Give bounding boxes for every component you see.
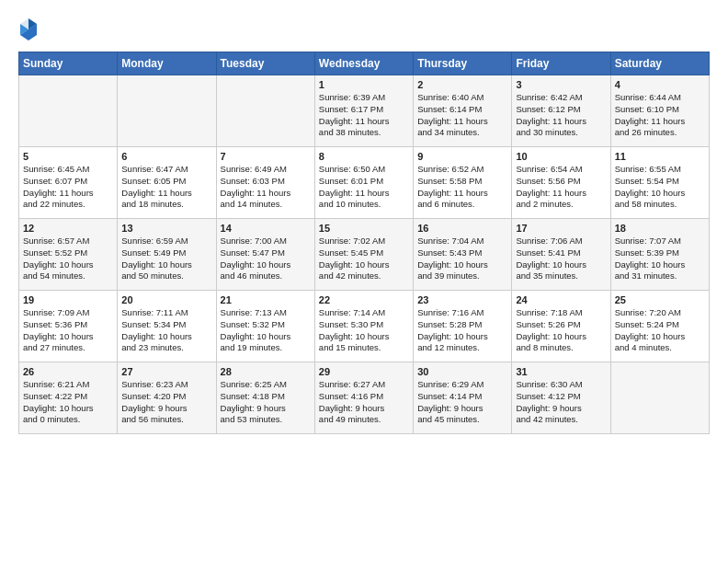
header-row: SundayMondayTuesdayWednesdayThursdayFrid… bbox=[19, 52, 710, 75]
calendar-cell: 5Sunrise: 6:45 AM Sunset: 6:07 PM Daylig… bbox=[19, 147, 118, 219]
calendar-cell: 31Sunrise: 6:30 AM Sunset: 4:12 PM Dayli… bbox=[512, 362, 610, 434]
day-number: 5 bbox=[23, 151, 113, 162]
calendar-cell: 4Sunrise: 6:44 AM Sunset: 6:10 PM Daylig… bbox=[610, 75, 709, 147]
day-number: 3 bbox=[516, 79, 606, 90]
cell-content: Sunrise: 6:40 AM Sunset: 6:14 PM Dayligh… bbox=[417, 92, 507, 139]
calendar-week-row: 26Sunrise: 6:21 AM Sunset: 4:22 PM Dayli… bbox=[19, 362, 710, 434]
day-number: 16 bbox=[417, 223, 507, 234]
calendar-cell: 29Sunrise: 6:27 AM Sunset: 4:16 PM Dayli… bbox=[314, 362, 413, 434]
cell-content: Sunrise: 7:04 AM Sunset: 5:43 PM Dayligh… bbox=[417, 236, 507, 282]
calendar-cell: 13Sunrise: 6:59 AM Sunset: 5:49 PM Dayli… bbox=[118, 219, 216, 291]
calendar-cell: 25Sunrise: 7:20 AM Sunset: 5:24 PM Dayli… bbox=[610, 291, 709, 362]
cell-content: Sunrise: 7:02 AM Sunset: 5:45 PM Dayligh… bbox=[319, 236, 409, 282]
cell-content: Sunrise: 7:16 AM Sunset: 5:28 PM Dayligh… bbox=[417, 307, 507, 354]
cell-content: Sunrise: 6:52 AM Sunset: 5:58 PM Dayligh… bbox=[417, 164, 507, 211]
cell-content: Sunrise: 6:57 AM Sunset: 5:52 PM Dayligh… bbox=[23, 236, 113, 282]
calendar-cell bbox=[118, 75, 216, 147]
cell-content: Sunrise: 6:54 AM Sunset: 5:56 PM Dayligh… bbox=[516, 164, 606, 211]
cell-content: Sunrise: 6:50 AM Sunset: 6:01 PM Dayligh… bbox=[319, 164, 409, 211]
calendar-cell bbox=[610, 362, 709, 434]
cell-content: Sunrise: 7:13 AM Sunset: 5:32 PM Dayligh… bbox=[221, 307, 311, 354]
weekday-header: Friday bbox=[512, 52, 610, 75]
day-number: 1 bbox=[319, 79, 409, 90]
cell-content: Sunrise: 6:44 AM Sunset: 6:10 PM Dayligh… bbox=[615, 92, 705, 139]
cell-content: Sunrise: 6:49 AM Sunset: 6:03 PM Dayligh… bbox=[221, 164, 311, 211]
page: SundayMondayTuesdayWednesdayThursdayFrid… bbox=[0, 0, 728, 443]
day-number: 8 bbox=[319, 151, 409, 162]
weekday-header: Thursday bbox=[414, 52, 512, 75]
cell-content: Sunrise: 7:00 AM Sunset: 5:47 PM Dayligh… bbox=[221, 236, 311, 282]
cell-content: Sunrise: 6:45 AM Sunset: 6:07 PM Dayligh… bbox=[23, 164, 113, 211]
cell-content: Sunrise: 7:09 AM Sunset: 5:36 PM Dayligh… bbox=[23, 307, 113, 354]
calendar-table: SundayMondayTuesdayWednesdayThursdayFrid… bbox=[18, 52, 710, 434]
calendar-cell: 17Sunrise: 7:06 AM Sunset: 5:41 PM Dayli… bbox=[512, 219, 610, 291]
weekday-header: Saturday bbox=[610, 52, 709, 75]
calendar-cell: 22Sunrise: 7:14 AM Sunset: 5:30 PM Dayli… bbox=[314, 291, 413, 362]
calendar-cell: 9Sunrise: 6:52 AM Sunset: 5:58 PM Daylig… bbox=[414, 147, 512, 219]
day-number: 29 bbox=[319, 366, 409, 377]
day-number: 14 bbox=[221, 223, 311, 234]
calendar-cell bbox=[216, 75, 314, 147]
day-number: 4 bbox=[615, 79, 705, 90]
calendar-week-row: 1Sunrise: 6:39 AM Sunset: 6:17 PM Daylig… bbox=[19, 75, 710, 147]
calendar-cell: 20Sunrise: 7:11 AM Sunset: 5:34 PM Dayli… bbox=[118, 291, 216, 362]
day-number: 20 bbox=[121, 294, 211, 305]
day-number: 22 bbox=[319, 294, 409, 305]
weekday-header: Tuesday bbox=[216, 52, 314, 75]
calendar-cell: 16Sunrise: 7:04 AM Sunset: 5:43 PM Dayli… bbox=[414, 219, 512, 291]
day-number: 25 bbox=[615, 294, 705, 305]
day-number: 12 bbox=[23, 223, 113, 234]
calendar-week-row: 12Sunrise: 6:57 AM Sunset: 5:52 PM Dayli… bbox=[19, 219, 710, 291]
calendar-cell: 2Sunrise: 6:40 AM Sunset: 6:14 PM Daylig… bbox=[414, 75, 512, 147]
calendar-cell: 18Sunrise: 7:07 AM Sunset: 5:39 PM Dayli… bbox=[610, 219, 709, 291]
cell-content: Sunrise: 6:39 AM Sunset: 6:17 PM Dayligh… bbox=[319, 92, 409, 139]
day-number: 7 bbox=[221, 151, 311, 162]
calendar-cell: 3Sunrise: 6:42 AM Sunset: 6:12 PM Daylig… bbox=[512, 75, 610, 147]
calendar-cell: 24Sunrise: 7:18 AM Sunset: 5:26 PM Dayli… bbox=[512, 291, 610, 362]
calendar-cell: 6Sunrise: 6:47 AM Sunset: 6:05 PM Daylig… bbox=[118, 147, 216, 219]
cell-content: Sunrise: 6:59 AM Sunset: 5:49 PM Dayligh… bbox=[121, 236, 211, 282]
cell-content: Sunrise: 7:20 AM Sunset: 5:24 PM Dayligh… bbox=[615, 307, 705, 354]
cell-content: Sunrise: 6:29 AM Sunset: 4:14 PM Dayligh… bbox=[417, 379, 507, 426]
cell-content: Sunrise: 7:06 AM Sunset: 5:41 PM Dayligh… bbox=[516, 236, 606, 282]
cell-content: Sunrise: 6:21 AM Sunset: 4:22 PM Dayligh… bbox=[23, 379, 113, 426]
day-number: 26 bbox=[23, 366, 113, 377]
calendar-cell: 28Sunrise: 6:25 AM Sunset: 4:18 PM Dayli… bbox=[216, 362, 314, 434]
day-number: 21 bbox=[221, 294, 311, 305]
day-number: 23 bbox=[417, 294, 507, 305]
calendar-week-row: 19Sunrise: 7:09 AM Sunset: 5:36 PM Dayli… bbox=[19, 291, 710, 362]
logo-icon bbox=[18, 17, 39, 42]
calendar-cell: 10Sunrise: 6:54 AM Sunset: 5:56 PM Dayli… bbox=[512, 147, 610, 219]
calendar-cell: 19Sunrise: 7:09 AM Sunset: 5:36 PM Dayli… bbox=[19, 291, 118, 362]
day-number: 18 bbox=[615, 223, 705, 234]
cell-content: Sunrise: 6:30 AM Sunset: 4:12 PM Dayligh… bbox=[516, 379, 606, 426]
weekday-header: Wednesday bbox=[314, 52, 413, 75]
calendar-cell: 21Sunrise: 7:13 AM Sunset: 5:32 PM Dayli… bbox=[216, 291, 314, 362]
cell-content: Sunrise: 6:23 AM Sunset: 4:20 PM Dayligh… bbox=[121, 379, 211, 426]
day-number: 10 bbox=[516, 151, 606, 162]
cell-content: Sunrise: 6:42 AM Sunset: 6:12 PM Dayligh… bbox=[516, 92, 606, 139]
calendar-body: 1Sunrise: 6:39 AM Sunset: 6:17 PM Daylig… bbox=[19, 75, 710, 434]
calendar-cell: 30Sunrise: 6:29 AM Sunset: 4:14 PM Dayli… bbox=[414, 362, 512, 434]
calendar-week-row: 5Sunrise: 6:45 AM Sunset: 6:07 PM Daylig… bbox=[19, 147, 710, 219]
day-number: 9 bbox=[417, 151, 507, 162]
cell-content: Sunrise: 6:25 AM Sunset: 4:18 PM Dayligh… bbox=[221, 379, 311, 426]
day-number: 2 bbox=[417, 79, 507, 90]
day-number: 17 bbox=[516, 223, 606, 234]
cell-content: Sunrise: 7:11 AM Sunset: 5:34 PM Dayligh… bbox=[121, 307, 211, 354]
day-number: 11 bbox=[615, 151, 705, 162]
day-number: 28 bbox=[221, 366, 311, 377]
weekday-header: Monday bbox=[118, 52, 216, 75]
cell-content: Sunrise: 6:27 AM Sunset: 4:16 PM Dayligh… bbox=[319, 379, 409, 426]
calendar-cell: 23Sunrise: 7:16 AM Sunset: 5:28 PM Dayli… bbox=[414, 291, 512, 362]
day-number: 19 bbox=[23, 294, 113, 305]
calendar-cell: 27Sunrise: 6:23 AM Sunset: 4:20 PM Dayli… bbox=[118, 362, 216, 434]
cell-content: Sunrise: 7:14 AM Sunset: 5:30 PM Dayligh… bbox=[319, 307, 409, 354]
calendar-cell bbox=[19, 75, 118, 147]
calendar-cell: 26Sunrise: 6:21 AM Sunset: 4:22 PM Dayli… bbox=[19, 362, 118, 434]
day-number: 27 bbox=[121, 366, 211, 377]
calendar-cell: 8Sunrise: 6:50 AM Sunset: 6:01 PM Daylig… bbox=[314, 147, 413, 219]
day-number: 24 bbox=[516, 294, 606, 305]
calendar-cell: 11Sunrise: 6:55 AM Sunset: 5:54 PM Dayli… bbox=[610, 147, 709, 219]
cell-content: Sunrise: 6:47 AM Sunset: 6:05 PM Dayligh… bbox=[121, 164, 211, 211]
